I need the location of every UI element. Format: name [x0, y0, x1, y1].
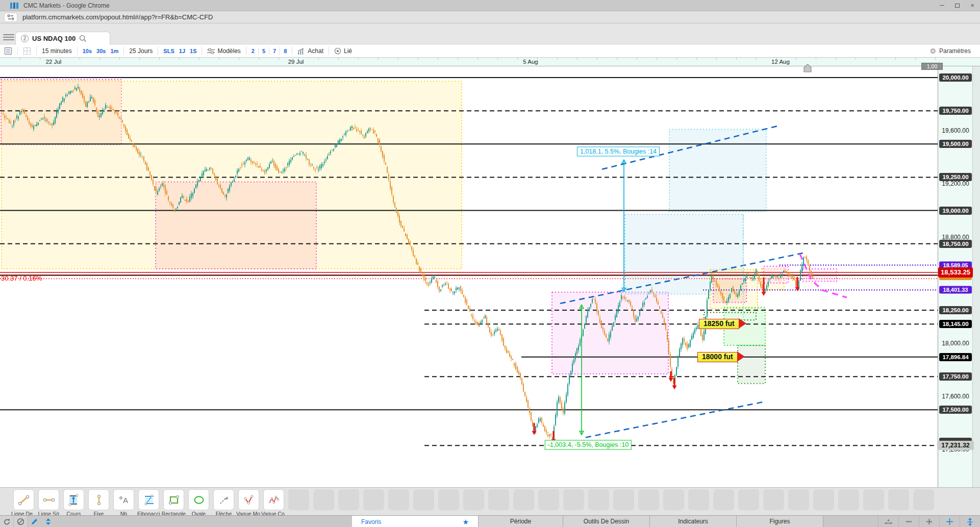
- crosshair-icon[interactable]: [939, 516, 960, 527]
- scroll-marker-icon[interactable]: [803, 64, 812, 74]
- fit-width-icon[interactable]: [878, 516, 898, 527]
- analysis-zone[interactable]: [669, 130, 766, 212]
- signal-down-arrow: [762, 292, 766, 296]
- analysis-zone[interactable]: [156, 182, 316, 269]
- layout-grid-icon[interactable]: [23, 47, 31, 55]
- price-axis[interactable]: 20,000.0019,750.0019,600.0019,500.0019,2…: [938, 66, 972, 487]
- empty-tool-slot[interactable]: [463, 489, 484, 510]
- price-label-18,250.00: 18,250.00: [939, 306, 972, 314]
- tool-button-fleche[interactable]: [213, 489, 234, 510]
- tool-button-fixe[interactable]: [88, 489, 109, 510]
- empty-tool-slot[interactable]: [813, 489, 834, 510]
- clear-drawings-icon[interactable]: [14, 516, 28, 527]
- tool-button-fibonacci[interactable]: [138, 489, 159, 510]
- empty-tool-slot[interactable]: [913, 489, 934, 510]
- watchlist-icon[interactable]: [4, 47, 12, 55]
- edit-pencil-icon[interactable]: [28, 516, 41, 527]
- toolbar-option-1S[interactable]: 1S: [190, 48, 196, 54]
- measure-label[interactable]: 1,018.1, 5.5%, Bougies :14: [577, 147, 660, 157]
- fleche-icon: [217, 493, 231, 507]
- menu-icon[interactable]: [3, 32, 14, 43]
- site-settings-icon[interactable]: [4, 13, 17, 22]
- empty-tool-slot[interactable]: [388, 489, 409, 510]
- empty-tool-slot[interactable]: [563, 489, 584, 510]
- tool-button-ligne-sr[interactable]: [38, 489, 59, 510]
- empty-tool-slot[interactable]: [438, 489, 459, 510]
- tool-button-ligne-de[interactable]: [13, 489, 34, 510]
- tab-favoris[interactable]: Favoris★: [352, 516, 479, 527]
- empty-tool-slot[interactable]: [788, 489, 809, 510]
- tab-figures[interactable]: Figures: [737, 516, 823, 527]
- undo-rotate-icon[interactable]: [0, 516, 14, 527]
- toolbar-option-30s[interactable]: 30s: [96, 48, 106, 54]
- models-button[interactable]: Modèles: [207, 47, 240, 55]
- chart-scrollbar[interactable]: [972, 66, 980, 487]
- toolbar-option-10s[interactable]: 10s: [83, 48, 92, 54]
- panel-tabs: Favoris★PériodeOutils De DessinIndicateu…: [352, 516, 823, 527]
- empty-tool-slot[interactable]: [688, 489, 709, 510]
- zoom-out-icon[interactable]: [898, 516, 919, 527]
- empty-tool-slot[interactable]: [738, 489, 759, 510]
- empty-tool-slot[interactable]: [763, 489, 784, 510]
- zoom-in-icon[interactable]: [919, 516, 939, 527]
- empty-tool-slot[interactable]: [838, 489, 859, 510]
- tab-période[interactable]: Période: [479, 516, 563, 527]
- candlestick-chart[interactable]: 22 Jul29 Jul5 Aug12 Aug 20,000.0019,750.…: [0, 58, 980, 487]
- empty-tool-slot[interactable]: [588, 489, 609, 510]
- settings-button[interactable]: ⚙ Paramètres: [929, 47, 976, 55]
- empty-tool-slot[interactable]: [863, 489, 884, 510]
- toolbar-option-1J[interactable]: 1J: [179, 48, 185, 54]
- price-label-19,750.00: 19,750.00: [939, 107, 972, 115]
- tool-fleche: Flèche: [211, 489, 236, 517]
- link-button[interactable]: Lié: [334, 47, 352, 55]
- tool-button-nb[interactable]: A: [113, 489, 134, 510]
- chart-plot[interactable]: [0, 58, 938, 487]
- empty-tool-slot[interactable]: [613, 489, 634, 510]
- star-icon[interactable]: ★: [462, 516, 469, 527]
- toolbar-option-SLS[interactable]: SLS: [163, 48, 174, 54]
- url-text[interactable]: platform.cmcmarkets.com/popout.html#/app…: [22, 13, 213, 21]
- fut-level-label[interactable]: 18250 fut: [699, 319, 739, 329]
- empty-tool-slot[interactable]: [638, 489, 659, 510]
- empty-tool-slot[interactable]: [363, 489, 384, 510]
- empty-tool-slot[interactable]: [338, 489, 359, 510]
- empty-tool-slot[interactable]: [713, 489, 734, 510]
- timeframe-dropdown[interactable]: 15 minutes: [42, 47, 72, 55]
- range-dropdown[interactable]: 25 Jours: [129, 47, 153, 55]
- fut-level-label[interactable]: 18000 fut: [697, 352, 738, 362]
- empty-tool-slot[interactable]: [288, 489, 309, 510]
- tool-button-cours[interactable]: [63, 489, 84, 510]
- gear-icon: ⚙: [929, 47, 936, 55]
- toolbar-option-8[interactable]: 8: [284, 48, 287, 54]
- tab-outils-de-dessin[interactable]: Outils De Dessin: [563, 516, 650, 527]
- maximize-button[interactable]: [949, 0, 965, 11]
- empty-tool-slot[interactable]: [513, 489, 534, 510]
- tool-button-vague-co[interactable]: [263, 489, 284, 510]
- auto-scale-icon[interactable]: [960, 516, 980, 527]
- trade-button[interactable]: Achat: [297, 47, 323, 55]
- tool-button-vague-mo[interactable]: [238, 489, 259, 510]
- trendline[interactable]: [586, 401, 765, 437]
- empty-tool-slot[interactable]: [488, 489, 509, 510]
- tool-button-ovale[interactable]: [188, 489, 209, 510]
- empty-tool-slot[interactable]: [413, 489, 434, 510]
- toolbar-option-1m[interactable]: 1m: [110, 48, 118, 54]
- minimize-button[interactable]: [934, 0, 949, 11]
- browser-url-bar[interactable]: platform.cmcmarkets.com/popout.html#/app…: [0, 11, 980, 23]
- empty-tool-slot[interactable]: [313, 489, 334, 510]
- toolbar-option-7[interactable]: 7: [273, 48, 276, 54]
- sort-arrows-icon[interactable]: [41, 516, 55, 527]
- measure-label[interactable]: -1,003.4, -5.5%, Bougies :10: [545, 440, 632, 450]
- toolbar-option-5[interactable]: 5: [262, 48, 265, 54]
- tool-button-rectangle[interactable]: [163, 489, 184, 510]
- close-button[interactable]: ×: [965, 0, 980, 11]
- empty-tool-slot[interactable]: [663, 489, 684, 510]
- tab-indicateurs[interactable]: Indicateurs: [650, 516, 737, 527]
- empty-tool-slot[interactable]: [888, 489, 909, 510]
- instrument-tab[interactable]: 2 US NDAQ 100: [15, 32, 110, 45]
- signal-down-arrow: [669, 378, 673, 382]
- range-options: SLS1J1S: [163, 48, 196, 54]
- empty-tool-slot[interactable]: [538, 489, 559, 510]
- search-icon[interactable]: [79, 35, 87, 42]
- toolbar-option-2[interactable]: 2: [252, 48, 255, 54]
